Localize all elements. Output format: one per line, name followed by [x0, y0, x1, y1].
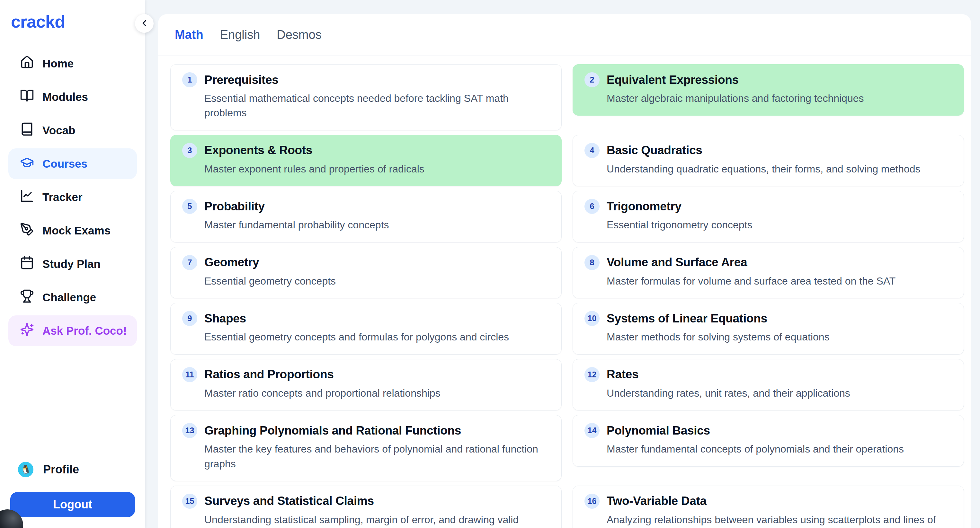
course-description: Understanding quadratic equations, their… — [607, 162, 952, 176]
sparkles-icon — [20, 322, 34, 339]
course-description: Analyzing relationships between variable… — [607, 512, 952, 528]
course-card-12[interactable]: 12RatesUnderstanding rates, unit rates, … — [573, 359, 964, 411]
course-description: Master methods for solving systems of eq… — [607, 330, 952, 344]
profile-label: Profile — [43, 463, 79, 476]
penguin-avatar: 🐧 — [18, 462, 33, 477]
course-card-header: 3Exponents & Roots — [182, 143, 550, 158]
course-card-header: 16Two-Variable Data — [584, 494, 952, 509]
course-card-7[interactable]: 7GeometryEssential geometry concepts — [170, 247, 562, 298]
course-card-header: 13Graphing Polynomials and Rational Func… — [182, 423, 550, 438]
sidebar-item-home[interactable]: Home — [8, 48, 137, 79]
course-card-9[interactable]: 9ShapesEssential geometry concepts and f… — [170, 303, 562, 354]
course-card-header: 11Ratios and Proportions — [182, 367, 550, 382]
course-title: Ratios and Proportions — [204, 368, 334, 381]
course-title: Systems of Linear Equations — [607, 312, 767, 325]
graduation-cap-icon — [20, 155, 34, 172]
home-icon — [20, 55, 34, 72]
course-title: Graphing Polynomials and Rational Functi… — [204, 424, 461, 438]
course-card-header: 7Geometry — [182, 255, 550, 270]
course-card-13[interactable]: 13Graphing Polynomials and Rational Func… — [170, 415, 562, 481]
sidebar-item-tracker[interactable]: Tracker — [8, 182, 137, 212]
logout-button[interactable]: Logout — [10, 492, 135, 517]
course-card-15[interactable]: 15Surveys and Statistical ClaimsUndersta… — [170, 485, 562, 528]
sidebar-item-label: Courses — [42, 157, 88, 170]
course-title: Volume and Surface Area — [607, 256, 747, 269]
course-title: Basic Quadratics — [607, 144, 702, 157]
course-description: Understanding rates, unit rates, and the… — [607, 386, 952, 401]
course-number-badge: 2 — [584, 72, 600, 87]
sidebar-collapse-button[interactable] — [135, 14, 154, 33]
tab-math[interactable]: Math — [175, 28, 204, 42]
course-card-header: 14Polynomial Basics — [584, 423, 952, 438]
course-card-1[interactable]: 1PrerequisitesEssential mathematical con… — [170, 64, 562, 130]
course-card-header: 6Trigonometry — [584, 199, 952, 214]
chevron-left-icon — [140, 18, 149, 29]
course-card-11[interactable]: 11Ratios and ProportionsMaster ratio con… — [170, 359, 562, 411]
sidebar-item-label: Challenge — [42, 291, 96, 304]
course-number-badge: 9 — [182, 311, 197, 326]
course-card-6[interactable]: 6TrigonometryEssential trigonometry conc… — [573, 191, 964, 242]
course-card-3[interactable]: 3Exponents & RootsMaster exponent rules … — [170, 135, 562, 186]
course-number-badge: 16 — [584, 494, 600, 509]
course-title: Probability — [204, 200, 265, 213]
course-description: Master formulas for volume and surface a… — [607, 274, 952, 289]
course-number-badge: 4 — [584, 143, 600, 158]
course-number-badge: 13 — [182, 423, 197, 438]
course-description: Master ratio concepts and proportional r… — [204, 386, 550, 401]
course-title: Surveys and Statistical Claims — [204, 494, 374, 508]
course-title: Equivalent Expressions — [607, 73, 739, 87]
course-description: Master fundamental concepts of polynomia… — [607, 442, 952, 457]
sidebar-item-label: Modules — [42, 90, 88, 103]
course-number-badge: 7 — [182, 255, 197, 270]
course-card-header: 5Probability — [182, 199, 550, 214]
course-card-header: 2Equivalent Expressions — [584, 72, 952, 87]
sidebar-footer: 🐧 Profile Logout — [0, 449, 145, 517]
course-card-2[interactable]: 2Equivalent ExpressionsMaster algebraic … — [573, 64, 964, 116]
course-card-header: 9Shapes — [182, 311, 550, 326]
course-card-14[interactable]: 14Polynomial BasicsMaster fundamental co… — [573, 415, 964, 466]
course-card-header: 12Rates — [584, 367, 952, 382]
open-book-icon — [20, 89, 34, 105]
course-title: Rates — [607, 368, 638, 381]
pen-nib-icon — [20, 222, 34, 239]
sidebar-divider — [10, 449, 135, 449]
course-card-header: 15Surveys and Statistical Claims — [182, 494, 550, 509]
course-description: Master exponent rules and properties of … — [204, 162, 550, 176]
sidebar-item-label: Tracker — [42, 191, 83, 204]
sidebar-item-label: Mock Exams — [42, 224, 111, 237]
sidebar-item-courses[interactable]: Courses — [8, 148, 137, 179]
trophy-icon — [20, 289, 34, 306]
sidebar-item-modules[interactable]: Modules — [8, 82, 137, 113]
course-card-header: 8Volume and Surface Area — [584, 255, 952, 270]
chart-line-icon — [20, 189, 34, 206]
course-card-header: 4Basic Quadratics — [584, 143, 952, 158]
course-title: Geometry — [204, 256, 259, 269]
sidebar-item-label: Ask Prof. Coco! — [42, 324, 127, 337]
course-number-badge: 5 — [182, 199, 197, 214]
sidebar-item-ask-prof-coco[interactable]: Ask Prof. Coco! — [8, 316, 137, 346]
calendar-icon — [20, 256, 34, 272]
course-number-badge: 14 — [584, 423, 600, 438]
course-card-4[interactable]: 4Basic QuadraticsUnderstanding quadratic… — [573, 135, 964, 186]
course-description: Understanding statistical sampling, marg… — [204, 512, 550, 528]
course-description: Essential geometry concepts — [204, 274, 550, 289]
course-card-8[interactable]: 8Volume and Surface AreaMaster formulas … — [573, 247, 964, 298]
course-title: Trigonometry — [607, 200, 681, 213]
course-description: Master algebraic manipulations and facto… — [607, 91, 952, 106]
course-card-10[interactable]: 10Systems of Linear EquationsMaster meth… — [573, 303, 964, 354]
course-card-16[interactable]: 16Two-Variable DataAnalyzing relationshi… — [573, 485, 964, 528]
tab-bar: Math English Desmos — [158, 14, 971, 56]
sidebar: crackd Home Modules Vocab Courses Tracke… — [0, 0, 145, 528]
app-logo: crackd — [11, 11, 145, 32]
sidebar-item-challenge[interactable]: Challenge — [8, 282, 137, 313]
profile-item[interactable]: 🐧 Profile — [18, 462, 135, 477]
course-card-header: 10Systems of Linear Equations — [584, 311, 952, 326]
tab-desmos[interactable]: Desmos — [277, 28, 321, 42]
tab-english[interactable]: English — [220, 28, 260, 42]
sidebar-item-vocab[interactable]: Vocab — [8, 115, 137, 146]
course-card-5[interactable]: 5ProbabilityMaster fundamental probabili… — [170, 191, 562, 242]
course-number-badge: 8 — [584, 255, 600, 270]
sidebar-item-mock-exams[interactable]: Mock Exams — [8, 215, 137, 246]
course-description: Master the key features and behaviors of… — [204, 442, 550, 471]
sidebar-item-study-plan[interactable]: Study Plan — [8, 249, 137, 279]
